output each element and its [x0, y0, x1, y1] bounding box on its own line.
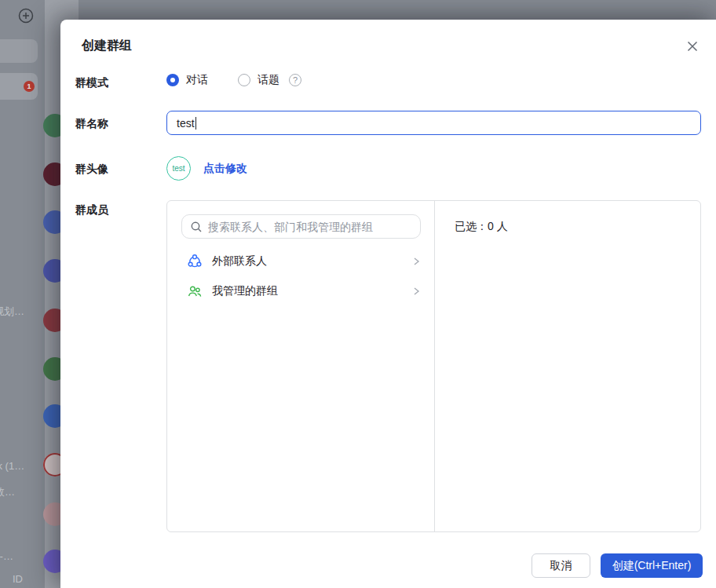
- member-picker-panel: 外部联系人 我管理的群组: [166, 200, 701, 532]
- screen: 1 规划…ck (1…想数…指南 -…ID 创建群组 群模式 对话 话题: [0, 0, 716, 588]
- help-icon[interactable]: ?: [289, 74, 301, 86]
- background-text-fragment: 想数…: [0, 485, 15, 499]
- search-icon: [190, 221, 203, 233]
- group-name-input[interactable]: test: [166, 111, 701, 135]
- field-label-group-mode: 群模式: [75, 76, 108, 90]
- field-label-group-members: 群成员: [75, 203, 108, 217]
- group-name-value: test: [177, 117, 195, 130]
- chevron-right-icon: [411, 286, 422, 297]
- source-label: 我管理的群组: [212, 284, 411, 298]
- radio-unchecked-icon: [238, 74, 250, 86]
- close-icon[interactable]: [685, 38, 701, 54]
- unread-badge: 1: [24, 81, 35, 92]
- background-text-fragment: ID: [13, 573, 23, 585]
- managed-groups-icon: [188, 284, 202, 298]
- source-label: 外部联系人: [212, 254, 411, 268]
- radio-checked-icon: [166, 74, 179, 86]
- selected-count-summary: 已选：0 人: [455, 220, 508, 234]
- background-search-box: [0, 39, 38, 63]
- radio-topic-label: 话题: [258, 73, 279, 87]
- external-contacts-icon: [188, 254, 202, 268]
- field-label-group-name: 群名称: [75, 117, 108, 131]
- add-icon: [18, 8, 34, 24]
- member-search-box[interactable]: [181, 214, 421, 239]
- group-avatar-preview[interactable]: test: [166, 156, 191, 181]
- source-managed-groups[interactable]: 我管理的群组: [167, 276, 434, 306]
- background-chat-item: 1: [0, 73, 38, 100]
- radio-topic[interactable]: 话题: [238, 73, 279, 87]
- background-text-fragment: ck (1…: [0, 460, 24, 472]
- radio-conversation-label: 对话: [186, 73, 208, 87]
- group-mode-radio-group: 对话 话题 ?: [166, 73, 301, 87]
- field-label-group-avatar: 群头像: [75, 163, 108, 177]
- chevron-right-icon: [411, 256, 422, 267]
- source-external-contacts[interactable]: 外部联系人: [167, 247, 434, 276]
- create-group-modal: 创建群组 群模式 对话 话题 ? 群名称 test 群头像 t: [60, 20, 716, 588]
- text-caret: [195, 117, 196, 130]
- background-text-fragment: 指南 -…: [0, 550, 13, 564]
- member-search-input[interactable]: [208, 221, 412, 233]
- modal-title: 创建群组: [82, 38, 132, 54]
- cancel-button[interactable]: 取消: [532, 553, 590, 578]
- create-button[interactable]: 创建(Ctrl+Enter): [601, 553, 703, 578]
- member-picker-source-pane: 外部联系人 我管理的群组: [167, 201, 435, 531]
- member-picker-selected-pane: 已选：0 人: [435, 201, 700, 531]
- avatar-edit-link[interactable]: 点击修改: [203, 162, 247, 176]
- group-avatar-row: test 点击修改: [166, 156, 247, 181]
- background-text-fragment: 规划…: [0, 305, 24, 319]
- radio-conversation[interactable]: 对话: [166, 73, 208, 87]
